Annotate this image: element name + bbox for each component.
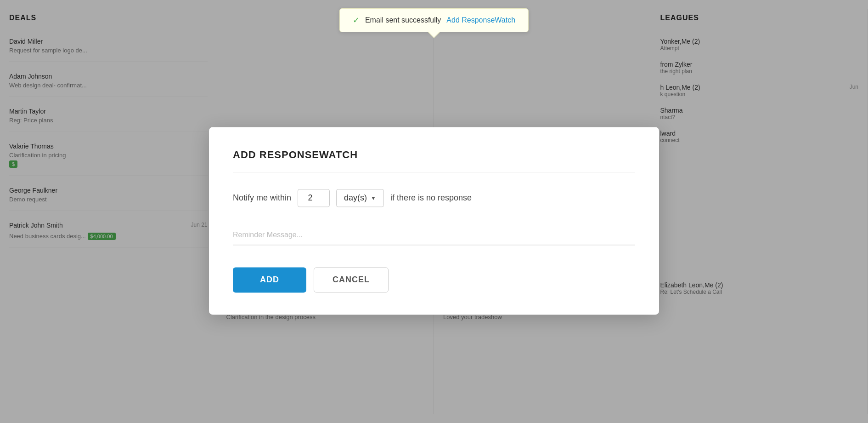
chevron-down-icon: ▼ — [371, 195, 376, 201]
toast-arrow — [428, 32, 440, 37]
notify-prefix-label: Notify me within — [233, 193, 291, 203]
notify-unit-label: day(s) — [344, 193, 367, 203]
success-toast: ✓ Email sent successfully Add ResponseWa… — [339, 8, 529, 32]
notify-unit-select[interactable]: day(s) ▼ — [336, 189, 384, 207]
toast-message: Email sent successfully — [365, 16, 441, 24]
add-responsewatch-link[interactable]: Add ResponseWatch — [446, 16, 515, 24]
add-responsewatch-modal: ADD RESPONSEWATCH Notify me within day(s… — [209, 127, 659, 314]
reminder-message-input[interactable] — [233, 225, 635, 245]
notify-suffix-label: if there is no response — [390, 193, 472, 203]
cancel-button[interactable]: CANCEL — [314, 267, 389, 292]
check-icon: ✓ — [353, 15, 360, 25]
add-button[interactable]: ADD — [233, 267, 306, 292]
modal-title: ADD RESPONSEWATCH — [233, 149, 635, 172]
notify-number-input[interactable] — [298, 189, 330, 207]
notify-row: Notify me within day(s) ▼ if there is no… — [233, 189, 635, 207]
modal-actions: ADD CANCEL — [233, 267, 635, 292]
